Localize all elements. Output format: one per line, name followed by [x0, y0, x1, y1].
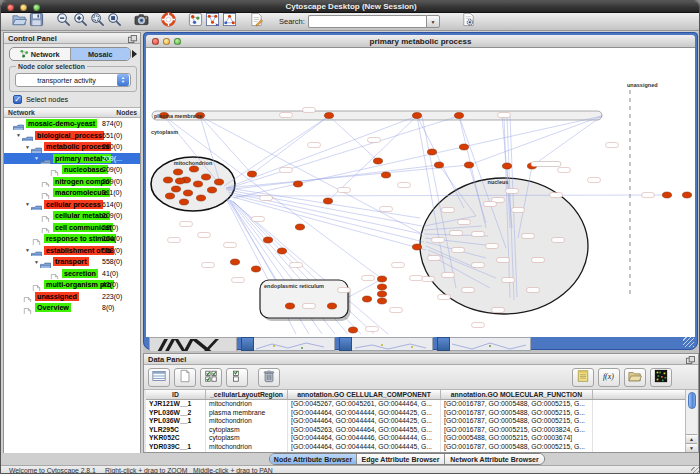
network-resize-grip[interactable] [683, 337, 694, 347]
tree-row[interactable]: multi-organism pro42(0) [4, 279, 140, 291]
network-node[interactable] [381, 172, 390, 178]
tree-row[interactable]: cellular metabo209(0) [4, 210, 140, 222]
open-file-button[interactable] [11, 14, 28, 30]
network-node[interactable] [324, 113, 333, 119]
column-header[interactable]: ID [146, 390, 206, 399]
layout-2-button[interactable] [221, 14, 238, 30]
network-node[interactable] [377, 276, 386, 282]
table-cell[interactable]: mitochondrion [206, 443, 288, 452]
network-edge[interactable] [224, 116, 329, 186]
network-node[interactable] [348, 327, 357, 333]
network-node[interactable] [682, 192, 691, 198]
network-node[interactable] [175, 178, 184, 184]
network-node[interactable] [662, 192, 671, 198]
window-resize-grip[interactable] [691, 467, 700, 474]
tree-row[interactable]: response to stimulu264(0) [4, 233, 140, 245]
network-node[interactable] [179, 199, 188, 205]
attribute-matrix-button[interactable] [650, 368, 672, 387]
table-cell[interactable]: [GO:0016787, GO:0005488, GO:0005215, G..… [441, 409, 593, 418]
table-cell[interactable]: [GO:0005488, GO:0005215, GO:0003674] [441, 434, 593, 443]
network-node[interactable] [247, 171, 256, 177]
network-node[interactable] [277, 248, 286, 254]
tree-row[interactable]: ▼transport558(0) [4, 256, 140, 268]
table-cell[interactable]: [GO:0044464, GO:0044444, GO:0044425, G..… [288, 417, 441, 426]
network-node[interactable] [230, 259, 239, 265]
network-node[interactable] [207, 187, 216, 193]
select-attributes-button[interactable] [200, 368, 222, 387]
network-zoom-button[interactable] [174, 38, 181, 45]
node-color-combobox[interactable]: transporter activity ▲▼ [15, 73, 131, 87]
table-row[interactable]: YLR295Ccytoplasm[GO:0045263, GO:0044464,… [146, 426, 686, 435]
table-cell[interactable]: YJR121W__1 [146, 400, 206, 409]
table-cell[interactable] [593, 443, 686, 452]
unselect-attributes-button[interactable] [226, 368, 248, 387]
tree-row[interactable]: cell communicat22(0) [4, 222, 140, 234]
tab-edge-attribute-browser[interactable]: Edge Attribute Browser [356, 454, 444, 465]
table-row[interactable]: YKR052Ccytoplasm[GO:0044464, GO:0044446,… [146, 434, 686, 443]
window-titlebar[interactable]: Cytoscape Desktop (New Session) [1, 1, 700, 13]
table-row[interactable]: YJR121W__1mitochondrion[GO:0045267, GO:0… [146, 400, 686, 409]
table-cell[interactable]: YDR039C__1 [146, 443, 206, 452]
network-node[interactable] [459, 144, 468, 150]
network-node[interactable] [323, 198, 332, 204]
table-scrollbar[interactable]: ▲ ▼ [685, 390, 697, 452]
network-node[interactable] [327, 303, 336, 309]
network-node[interactable] [193, 181, 202, 187]
network-node[interactable] [214, 179, 223, 185]
annotation-button[interactable] [248, 14, 265, 30]
attribute-editor-button[interactable] [572, 368, 594, 387]
tree-row[interactable]: nucleobase-209(0) [4, 164, 140, 176]
network-tree-header[interactable]: Network Nodes [4, 107, 140, 118]
background-window-logo[interactable] [149, 337, 237, 351]
network-close-button[interactable] [152, 38, 159, 45]
table-row[interactable]: YPL036W__2plasma membrane[GO:0044464, GO… [146, 409, 686, 418]
network-node[interactable] [285, 303, 294, 309]
network-node[interactable] [183, 190, 192, 196]
layout-1-button[interactable] [204, 14, 221, 30]
network-node[interactable] [373, 158, 382, 164]
table-cell[interactable]: plasma membrane [206, 409, 288, 418]
table-cell[interactable]: [GO:0044464, GO:0044444, GO:0044425, G..… [288, 409, 441, 418]
table-cell[interactable] [593, 434, 686, 443]
network-node[interactable] [196, 195, 205, 201]
network-node[interactable] [189, 166, 198, 172]
tab-mosaic[interactable]: Mosaic [70, 48, 131, 60]
table-cell[interactable]: [GO:0044464, GO:0044446, GO:0044444, G..… [288, 434, 441, 443]
search-input[interactable] [308, 15, 426, 28]
tab-network-attribute-browser[interactable]: Network Attribute Browser [444, 454, 544, 465]
table-cell[interactable]: [GO:0016787, GO:0005488, GO:0005215, G..… [441, 443, 593, 452]
scrollbar-thumb[interactable] [688, 392, 696, 409]
tree-row[interactable]: macromolecule311(0) [4, 187, 140, 199]
table-cell[interactable]: YLR295C [146, 426, 206, 435]
attribute-table-button[interactable] [148, 368, 170, 387]
tree-row[interactable]: mosaic-demo-yeast874(0) [4, 118, 140, 130]
tree-row[interactable]: ▼metabolic process280(0) [4, 141, 140, 153]
scroll-up-arrow[interactable]: ▲ [686, 434, 697, 443]
column-header[interactable]: _cellularLayoutRegion [206, 390, 288, 399]
network-node[interactable] [412, 244, 421, 250]
tree-row[interactable]: ▼primary metabo209(... [4, 153, 140, 165]
search-config-button[interactable] [460, 14, 477, 30]
new-attribute-button[interactable] [174, 368, 196, 387]
network-node[interactable] [377, 291, 386, 297]
network-node[interactable] [173, 169, 182, 175]
scroll-down-arrow[interactable]: ▼ [686, 443, 697, 452]
table-cell[interactable]: cytoplasm [206, 434, 288, 443]
network-node[interactable] [377, 298, 386, 304]
window-thumbnail[interactable] [339, 337, 433, 351]
table-cell[interactable]: [GO:0016787, GO:0005488, GO:0005215, G..… [441, 400, 593, 409]
table-cell[interactable]: cytoplasm [206, 426, 288, 435]
tree-row[interactable]: Overview8(0) [4, 302, 140, 314]
tree-row[interactable]: nitrogen compo209(0) [4, 176, 140, 188]
table-cell[interactable] [593, 400, 686, 409]
network-node[interactable] [502, 163, 511, 169]
snapshot-button[interactable] [133, 14, 150, 30]
zoom-out-button[interactable] [55, 14, 72, 30]
window-thumbnail[interactable] [241, 337, 335, 351]
tab-node-attribute-browser[interactable]: Node Attribute Browser [270, 454, 356, 465]
tab-overflow-arrow[interactable] [132, 50, 137, 58]
expander-icon[interactable]: ▼ [33, 155, 40, 161]
network-node[interactable] [412, 113, 421, 119]
network-node[interactable] [427, 149, 436, 155]
network-node[interactable] [454, 113, 463, 119]
